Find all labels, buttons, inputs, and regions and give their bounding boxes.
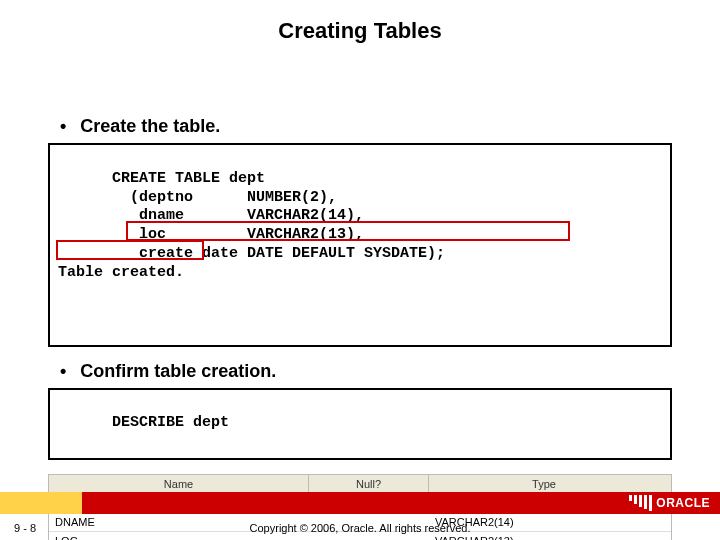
code-create-table-text: CREATE TABLE dept (deptno NUMBER(2), dna… [58, 170, 445, 281]
bullet-create-table: Create the table. [48, 116, 672, 137]
footer-accent [0, 492, 82, 514]
code-describe-text: DESCRIBE dept [112, 414, 229, 431]
slide-title: Creating Tables [0, 0, 720, 44]
logo-text: ORACLE [656, 496, 710, 510]
oracle-logo: ORACLE [629, 495, 710, 511]
copyright-text: Copyright © 2006, Oracle. All rights res… [0, 522, 720, 534]
slide-content: Create the table. CREATE TABLE dept (dep… [0, 44, 720, 540]
slide: Creating Tables Create the table. CREATE… [0, 0, 720, 540]
code-describe: DESCRIBE dept [48, 388, 672, 460]
footer-bar [0, 492, 720, 514]
bullet-confirm-creation: Confirm table creation. [48, 361, 672, 382]
table-header-row: Name Null? Type [49, 475, 671, 494]
col-header-type: Type [429, 475, 659, 493]
code-create-table: CREATE TABLE dept (deptno NUMBER(2), dna… [48, 143, 672, 347]
col-header-name: Name [49, 475, 309, 493]
logo-bars-icon [629, 495, 652, 511]
col-header-null: Null? [309, 475, 429, 493]
